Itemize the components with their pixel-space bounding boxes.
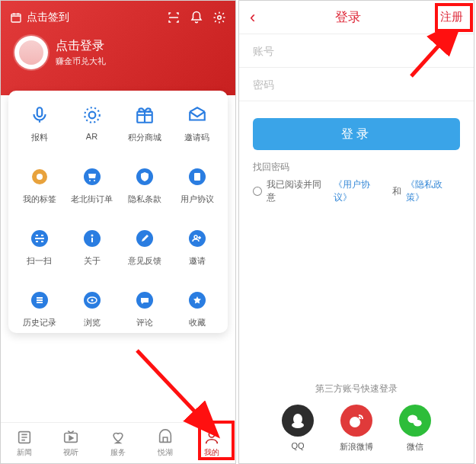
forgot-password-link[interactable]: 找回密码 bbox=[253, 161, 460, 174]
agreement-row[interactable]: 我已阅读并同意 《用户协议》 和 《隐私政策》 bbox=[253, 178, 460, 204]
grid-label: 收藏 bbox=[189, 317, 206, 328]
nav-mine[interactable]: 我的 bbox=[203, 429, 220, 458]
username-row bbox=[239, 34, 474, 68]
nav-news[interactable]: 新闻 bbox=[16, 429, 33, 458]
info-icon bbox=[81, 228, 103, 249]
grid-scan[interactable]: 扫一扫 bbox=[13, 228, 65, 267]
nav-label: 我的 bbox=[204, 447, 219, 458]
grid-favorites[interactable]: 收藏 bbox=[171, 290, 223, 328]
third-party-login: 第三方账号快速登录 QQ 新浪微博 微信 bbox=[239, 382, 474, 453]
grid-label: AR bbox=[86, 132, 97, 141]
grid-mall[interactable]: 积分商城 bbox=[118, 104, 171, 143]
nav-label: 新闻 bbox=[17, 447, 32, 458]
nav-video[interactable]: 视听 bbox=[62, 429, 79, 458]
grid-feedback[interactable]: 意见反馈 bbox=[118, 228, 171, 267]
doc-icon bbox=[187, 166, 208, 187]
grid-label: 扫一扫 bbox=[27, 255, 52, 267]
checkin-button[interactable]: 点击签到 bbox=[10, 11, 69, 24]
svg-point-28 bbox=[209, 431, 215, 437]
agree-and: 和 bbox=[392, 185, 401, 198]
grid-label: 历史记录 bbox=[23, 317, 56, 328]
user-agreement-link[interactable]: 《用户协议》 bbox=[334, 178, 388, 204]
privacy-policy-link[interactable]: 《隐私政策》 bbox=[406, 178, 460, 204]
grid-label: 用户协议 bbox=[180, 194, 214, 205]
news-icon bbox=[16, 429, 33, 446]
mic-icon bbox=[29, 104, 50, 126]
svg-point-1 bbox=[218, 16, 222, 20]
person-icon bbox=[203, 429, 220, 446]
checkin-label: 点击签到 bbox=[27, 11, 69, 24]
grid-label: 浏览 bbox=[84, 317, 101, 328]
grid-my-tags[interactable]: 我的标签 bbox=[13, 166, 65, 205]
login-button[interactable]: 登录 bbox=[253, 118, 460, 150]
video-icon bbox=[62, 429, 79, 446]
login-wechat[interactable]: 微信 bbox=[399, 405, 431, 453]
login-subtitle: 赚金币兑大礼 bbox=[56, 56, 106, 67]
grid-invite[interactable]: 邀请 bbox=[171, 228, 223, 267]
svg-point-3 bbox=[88, 112, 95, 119]
login-qq[interactable]: QQ bbox=[282, 405, 314, 453]
svg-point-23 bbox=[91, 299, 93, 302]
cart-icon bbox=[81, 166, 103, 187]
gear-icon[interactable] bbox=[212, 11, 226, 24]
chat-icon bbox=[134, 290, 155, 311]
weibo-icon bbox=[340, 405, 372, 437]
eye-icon bbox=[81, 290, 103, 311]
scan2-icon bbox=[29, 228, 50, 249]
svg-point-33 bbox=[414, 420, 422, 427]
password-input[interactable] bbox=[253, 78, 460, 91]
grid-baoliao[interactable]: 报料 bbox=[13, 104, 65, 143]
grid-label: 关于 bbox=[84, 255, 101, 267]
svg-point-31 bbox=[350, 417, 360, 427]
login-title: 登录 bbox=[335, 8, 361, 26]
bell-icon[interactable] bbox=[190, 11, 203, 24]
login-button-label: 登录 bbox=[341, 126, 372, 142]
profile-screen: 点击签到 点击登录 赚金币兑大礼 报料 AR bbox=[0, 0, 236, 464]
svg-point-4 bbox=[85, 107, 100, 123]
wechat-icon bbox=[399, 405, 431, 437]
bottom-nav: 新闻 视听 服务 悦湖 我的 bbox=[1, 422, 235, 463]
invite-icon bbox=[187, 228, 208, 249]
radio-icon bbox=[253, 187, 262, 196]
third-label: QQ bbox=[291, 441, 304, 450]
svg-point-7 bbox=[37, 174, 43, 180]
qq-icon bbox=[282, 405, 314, 437]
grid-label: 我的标签 bbox=[23, 194, 56, 205]
username-input[interactable] bbox=[253, 45, 460, 57]
ar-icon bbox=[81, 104, 103, 126]
shield-icon bbox=[134, 166, 155, 187]
grid-browse[interactable]: 浏览 bbox=[65, 290, 118, 328]
agree-prefix: 我已阅读并同意 bbox=[267, 178, 330, 204]
third-party-caption: 第三方账号快速登录 bbox=[239, 382, 474, 395]
grid-comments[interactable]: 评论 bbox=[118, 290, 171, 328]
grid-history[interactable]: 历史记录 bbox=[13, 290, 65, 328]
svg-rect-2 bbox=[37, 107, 42, 117]
svg-point-30 bbox=[292, 422, 304, 428]
gate-icon bbox=[157, 429, 174, 446]
grid-privacy[interactable]: 隐私条款 bbox=[118, 166, 171, 205]
grid-about[interactable]: 关于 bbox=[65, 228, 118, 267]
grid-label: 意见反馈 bbox=[128, 255, 161, 267]
login-prompt[interactable]: 点击登录 赚金币兑大礼 bbox=[1, 30, 235, 69]
back-button[interactable]: ‹ bbox=[250, 9, 255, 26]
nav-yuehu[interactable]: 悦湖 bbox=[157, 429, 174, 458]
login-header: ‹ 登录 注册 bbox=[239, 1, 474, 34]
login-screen: ‹ 登录 注册 登录 找回密码 我已阅读并同意 《用户协议》 和 《隐私政策》 … bbox=[238, 0, 474, 464]
gift-icon bbox=[134, 104, 155, 126]
list-icon bbox=[29, 290, 50, 311]
password-row bbox=[239, 68, 474, 101]
grid-label: 报料 bbox=[31, 132, 48, 143]
register-link[interactable]: 注册 bbox=[440, 10, 463, 24]
grid-user-agree[interactable]: 用户协议 bbox=[171, 166, 223, 205]
grid-label: 邀请码 bbox=[184, 132, 209, 143]
nav-service[interactable]: 服务 bbox=[110, 429, 126, 458]
svg-point-10 bbox=[94, 180, 95, 181]
grid-ar[interactable]: AR bbox=[65, 104, 118, 143]
grid-invite-code[interactable]: 邀请码 bbox=[171, 104, 223, 143]
grid-label: 积分商城 bbox=[128, 132, 161, 143]
scan-icon[interactable] bbox=[167, 11, 180, 24]
login-weibo[interactable]: 新浪微博 bbox=[340, 405, 373, 453]
grid-orders[interactable]: 老北街订单 bbox=[65, 166, 118, 205]
star-icon bbox=[187, 290, 208, 311]
nav-label: 服务 bbox=[110, 447, 126, 458]
